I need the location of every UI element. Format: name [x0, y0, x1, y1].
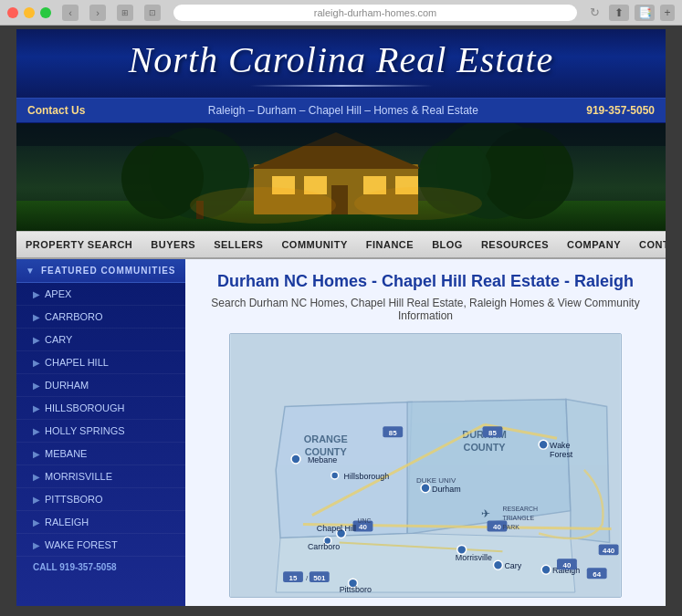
- sidebar-item-hillsborough[interactable]: ▶ HILLSBOROUGH: [16, 397, 185, 420]
- bookmark-button[interactable]: ⊡: [144, 5, 161, 21]
- svg-text:440: 440: [603, 547, 615, 555]
- sidebar-arrow-9: ▶: [33, 472, 40, 482]
- sidebar-call-label: CALL 919-357-5058: [33, 562, 117, 572]
- new-tab-button[interactable]: +: [660, 5, 675, 21]
- address-text: raleigh-durham-homes.com: [314, 7, 437, 18]
- svg-text:UNC: UNC: [358, 517, 372, 524]
- svg-point-48: [539, 440, 548, 449]
- sidebar-item-wake-forest[interactable]: ▶ WAKE FOREST: [16, 534, 185, 557]
- sidebar-item-carrboro[interactable]: ▶ CARRBORO: [16, 306, 185, 329]
- svg-text:TRIANGLE: TRIANGLE: [502, 515, 534, 521]
- nav-item-finance[interactable]: FINANCE: [357, 232, 423, 257]
- nav-item-blog[interactable]: BLOG: [423, 232, 472, 257]
- sidebar-header-arrow: ▼: [26, 266, 36, 276]
- svg-point-43: [331, 472, 339, 479]
- sidebar-label-pittsboro: PITTSBORO: [45, 494, 103, 505]
- map-container[interactable]: ORANGE COUNTY DURHAM COUNTY: [229, 333, 622, 598]
- svg-text:15: 15: [289, 574, 298, 582]
- svg-point-15: [190, 187, 336, 224]
- view-button[interactable]: ⊞: [117, 5, 133, 21]
- svg-text:501: 501: [313, 574, 326, 582]
- sidebar-arrow-12: ▶: [33, 540, 40, 550]
- sidebar-header-label: FEATURED COMMUNITIES: [41, 266, 176, 276]
- svg-point-45: [421, 484, 430, 493]
- sidebar-label-raleigh: RALEIGH: [45, 517, 89, 527]
- svg-point-41: [291, 454, 300, 464]
- sidebar-label-mebane: MEBANE: [45, 448, 87, 459]
- svg-text:Carrboro: Carrboro: [308, 542, 340, 551]
- hero-svg: [16, 123, 666, 231]
- contact-us-label: Contact Us: [27, 104, 85, 117]
- svg-text:Forest: Forest: [550, 450, 573, 459]
- sidebar-item-morrisville[interactable]: ▶ MORRISVILLE: [16, 465, 185, 488]
- svg-text:RESEARCH: RESEARCH: [502, 506, 538, 512]
- sidebar-arrow-7: ▶: [33, 426, 40, 436]
- contact-tagline: Raleigh – Durham – Chapel Hill – Homes &…: [100, 104, 586, 117]
- sidebar-arrow-3: ▶: [33, 335, 40, 345]
- contact-bar: Contact Us Raleigh – Durham – Chapel Hil…: [16, 98, 666, 123]
- sidebar-arrow: ▶: [33, 289, 40, 299]
- site-title: North Carolina Real Estate: [16, 38, 666, 81]
- nav-item-contact[interactable]: CONTACT: [630, 232, 666, 257]
- svg-point-16: [354, 187, 482, 220]
- svg-text:Chapel Hill: Chapel Hill: [317, 524, 356, 533]
- hero-image: [16, 123, 666, 231]
- sidebar-label-apex: APEX: [45, 288, 71, 299]
- main-content: ▼ FEATURED COMMUNITIES ▶ APEX ▶ CARRBORO…: [16, 259, 666, 606]
- maximize-button[interactable]: [40, 7, 51, 18]
- forward-button[interactable]: ›: [89, 5, 106, 21]
- sidebar-item-raleigh[interactable]: ▶ RALEIGH: [16, 511, 185, 534]
- share-button[interactable]: ⬆: [609, 5, 629, 21]
- browser-chrome: ‹ › ⊞ ⊡ raleigh-durham-homes.com ↻ ⬆ 📑 +: [0, 0, 682, 26]
- site-header: North Carolina Real Estate: [16, 29, 666, 98]
- sidebar-item-durham[interactable]: ▶ DURHAM: [16, 374, 185, 397]
- sidebar-label-cary: CARY: [45, 334, 72, 345]
- nav-item-buyers[interactable]: BUYERS: [142, 232, 205, 257]
- sidebar-call[interactable]: CALL 919-357-5058: [16, 557, 185, 578]
- address-bar[interactable]: raleigh-durham-homes.com: [173, 5, 577, 21]
- svg-text:Cary: Cary: [504, 561, 521, 570]
- header-divider: [250, 85, 433, 87]
- sidebar-item-holly-springs[interactable]: ▶ HOLLY SPRINGS: [16, 420, 185, 443]
- loading-icon: ↻: [590, 5, 600, 19]
- sidebar-item-cary[interactable]: ▶ CARY: [16, 329, 185, 351]
- svg-rect-8: [331, 185, 348, 214]
- svg-point-64: [541, 565, 551, 574]
- sidebar-item-chapel-hill[interactable]: ▶ CHAPEL HILL: [16, 351, 185, 374]
- sidebar-item-apex[interactable]: ▶ APEX: [16, 283, 185, 306]
- nav-item-property-search[interactable]: PROPERTY SEARCH: [16, 232, 142, 257]
- minimize-button[interactable]: [24, 7, 35, 18]
- sidebar-label-holly-springs: HOLLY SPRINGS: [45, 425, 125, 436]
- sidebar-item-pittsboro[interactable]: ▶ PITTSBORO: [16, 488, 185, 511]
- svg-text:DUKE UNIV: DUKE UNIV: [416, 476, 456, 485]
- svg-text:ORANGE: ORANGE: [304, 433, 348, 444]
- svg-point-62: [493, 560, 502, 569]
- back-button[interactable]: ‹: [62, 5, 79, 21]
- sidebar-label-morrisville: MORRISVILLE: [45, 471, 112, 482]
- close-button[interactable]: [7, 7, 18, 18]
- sidebar-arrow-4: ▶: [33, 358, 40, 368]
- contact-phone[interactable]: 919-357-5050: [586, 104, 655, 117]
- content-title: Durham NC Homes - Chapel Hill Real Estat…: [200, 272, 651, 291]
- sidebar: ▼ FEATURED COMMUNITIES ▶ APEX ▶ CARRBORO…: [16, 259, 185, 606]
- sidebar-item-mebane[interactable]: ▶ MEBANE: [16, 443, 185, 465]
- nav-item-company[interactable]: COMPANY: [558, 232, 630, 257]
- svg-text:PARK: PARK: [502, 524, 519, 530]
- nav-item-resources[interactable]: RESOURCES: [472, 232, 558, 257]
- nav-item-community[interactable]: COMMUNITY: [272, 232, 356, 257]
- svg-marker-19: [276, 402, 412, 538]
- svg-text:COUNTY: COUNTY: [464, 442, 507, 453]
- svg-text:85: 85: [488, 429, 497, 437]
- svg-text:Hillsborough: Hillsborough: [344, 472, 390, 481]
- sidebar-arrow-5: ▶: [33, 381, 40, 391]
- bookmarks-button[interactable]: 📑: [635, 5, 655, 21]
- svg-text:85: 85: [389, 429, 397, 437]
- svg-text:Wake: Wake: [550, 441, 571, 450]
- sidebar-label-hillsborough: HILLSBOROUGH: [45, 402, 124, 413]
- sidebar-arrow-6: ▶: [33, 403, 40, 413]
- svg-text:Mebane: Mebane: [308, 455, 337, 465]
- nav-item-sellers[interactable]: SELLERS: [205, 232, 272, 257]
- sidebar-header: ▼ FEATURED COMMUNITIES: [16, 259, 185, 283]
- svg-text:Morrisville: Morrisville: [456, 553, 492, 562]
- map-svg: ORANGE COUNTY DURHAM COUNTY: [230, 334, 621, 597]
